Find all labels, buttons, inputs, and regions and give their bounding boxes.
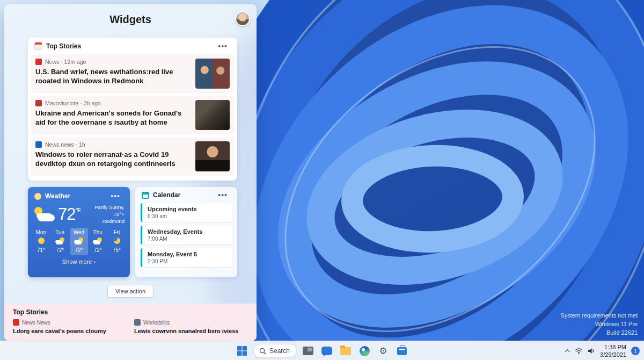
bottom-story[interactable]: News News Ldorg eare cavat's poans cloum…	[13, 319, 127, 335]
build-watermark: System requirements not met Windows 11 P…	[560, 312, 638, 337]
bottom-story[interactable]: Worksbrics Lewis cowrvnn snanalred bxro …	[134, 319, 248, 335]
volume-icon[interactable]	[588, 348, 595, 354]
sun-icon	[34, 193, 41, 200]
news-source-icon	[134, 319, 141, 326]
news-source-time: News news · 1h	[45, 141, 85, 148]
weather-forecast: Mon 71° Tue 72° Wed 72° Thu 72°	[28, 225, 130, 255]
event-title: Wednesday, Events	[148, 228, 228, 235]
news-headline: Ldorg eare cavat's poans cloumy	[13, 328, 127, 335]
newspaper-icon	[34, 42, 42, 50]
view-action-button[interactable]: View action	[107, 285, 153, 298]
top-stories-card: Top Stories ••• News · 12m ago U.S. Band…	[28, 38, 237, 181]
forecast-day: Thu 72°	[89, 228, 107, 255]
news-source: Worksbrics	[143, 320, 170, 326]
news-text: Mavovtuniote · 3h ago Ukraine and Americ…	[35, 100, 190, 130]
system-tray: 1:38 PM 3/29/2021 1	[566, 341, 640, 360]
notification-badge[interactable]: 1	[631, 347, 640, 355]
tray-date: 3/29/2021	[600, 351, 626, 358]
windows-logo-icon	[237, 346, 247, 356]
news-source-icon	[35, 100, 42, 106]
news-headline: U.S. Band wrief, news ewthations:red liv…	[35, 68, 190, 85]
calendar-event[interactable]: Upcoming events 6:30 am	[141, 203, 232, 222]
sun-cloud-icon	[56, 237, 64, 244]
file-explorer-button[interactable]	[338, 343, 353, 358]
chevron-up-icon[interactable]	[565, 349, 570, 354]
clock[interactable]: 1:38 PM 3/29/2021	[600, 343, 626, 359]
weather-header: Weather •••	[28, 188, 130, 204]
calendar-header: Calendar •••	[135, 187, 237, 203]
event-time: 7:00 AM	[148, 236, 228, 242]
location-text: Redmond	[103, 218, 125, 224]
taskbar: Search ⚙ 1:38 PM	[0, 341, 644, 360]
news-headline: Lewis cowrvnn snanalred bxro iviess	[134, 328, 248, 335]
watermark-line: Build 22621	[560, 329, 638, 337]
news-text: News · 12m ago U.S. Band wrief, news ewt…	[35, 59, 190, 89]
forecast-day: Mon 71°	[32, 228, 50, 255]
task-view-button[interactable]	[301, 343, 316, 358]
calendar-event[interactable]: Wednesday, Events 7:00 AM	[141, 226, 232, 244]
condition-text: Partly Sunny, 72°F	[94, 204, 125, 217]
news-meta: News · 12m ago	[35, 59, 190, 65]
search-icon	[259, 348, 266, 355]
event-title: Upcoming events	[148, 206, 228, 212]
card-title: Calendar	[153, 191, 211, 199]
start-button[interactable]	[235, 343, 250, 358]
temp-unit: °F	[75, 207, 80, 213]
folder-icon	[340, 347, 351, 355]
bottom-stories-section: Top Stories News News Ldorg eare cavat's…	[4, 304, 257, 341]
news-source-icon	[13, 319, 19, 326]
settings-button[interactable]: ⚙	[376, 343, 391, 358]
news-thumbnail	[195, 100, 230, 130]
news-source-time: News · 12m ago	[45, 59, 86, 65]
calendar-icon	[142, 192, 149, 199]
card-title: Weather	[45, 192, 104, 200]
tray-time: 1:38 PM	[600, 343, 626, 351]
edge-button[interactable]	[357, 343, 372, 358]
news-item[interactable]: News news · 1h Windows to roler nerranat…	[31, 137, 234, 176]
section-title: Top Stories	[13, 308, 248, 316]
sun-cloud-icon	[93, 237, 102, 244]
news-meta: Mavovtuniote · 3h ago	[35, 100, 190, 106]
news-source-icon	[35, 141, 42, 148]
watermark-line: Windows 11 Pre	[560, 320, 638, 329]
sun-icon	[38, 237, 45, 244]
chat-icon	[321, 347, 332, 355]
more-options-button[interactable]: •••	[107, 192, 123, 200]
watermark-line: System requirements not met	[560, 312, 638, 320]
top-stories-header: Top Stories •••	[28, 38, 237, 54]
user-avatar[interactable]	[235, 11, 250, 26]
partly-sunny-icon	[33, 207, 55, 222]
news-text: News news · 1h Windows to roler nerranat…	[35, 141, 190, 171]
news-source: News News	[22, 320, 50, 326]
more-options-button[interactable]: •••	[215, 191, 231, 199]
calendar-widget: Calendar ••• Upcoming events 6:30 am Wed…	[135, 187, 237, 277]
forecast-day: Tue 72°	[51, 228, 69, 255]
page-title: Widgets	[109, 13, 151, 26]
forecast-day-selected: Wed 72°	[70, 228, 88, 255]
sun-cloud-icon	[75, 237, 83, 244]
store-button[interactable]	[394, 343, 409, 358]
show-more-link[interactable]: Show more ›	[28, 258, 130, 265]
chat-button[interactable]	[319, 343, 334, 358]
more-options-button[interactable]: •••	[215, 42, 231, 50]
wifi-icon[interactable]	[575, 348, 583, 354]
news-headline: Windows to roler nerranat·as a Covid 19 …	[35, 150, 190, 168]
news-thumbnail	[195, 141, 230, 171]
news-item[interactable]: Mavovtuniote · 3h ago Ukraine and Americ…	[31, 96, 234, 134]
weather-condition: Partly Sunny, 72°F Redmond	[84, 204, 125, 225]
card-title: Top Stories	[46, 42, 211, 50]
event-time: 6:30 am	[148, 213, 228, 219]
news-item[interactable]: News · 12m ago U.S. Band wrief, news ewt…	[31, 54, 234, 93]
event-time: 2:30 PM	[148, 258, 228, 264]
calendar-event[interactable]: Monsday, Event 5 2:30 PM	[141, 248, 232, 267]
gear-icon: ⚙	[379, 347, 387, 356]
weather-widget[interactable]: Weather ••• 72°F Partly Sunny, 72°F Redm…	[28, 187, 130, 277]
current-temp: 72°F	[58, 205, 80, 224]
forecast-day: Fri 75°	[108, 228, 126, 255]
weather-current: 72°F Partly Sunny, 72°F Redmond	[28, 204, 130, 225]
edge-browser-icon	[360, 346, 370, 356]
event-title: Monsday, Event 5	[148, 251, 228, 257]
search-box[interactable]: Search	[253, 344, 297, 358]
news-meta: News news · 1h	[35, 141, 190, 148]
search-label: Search	[269, 347, 290, 355]
